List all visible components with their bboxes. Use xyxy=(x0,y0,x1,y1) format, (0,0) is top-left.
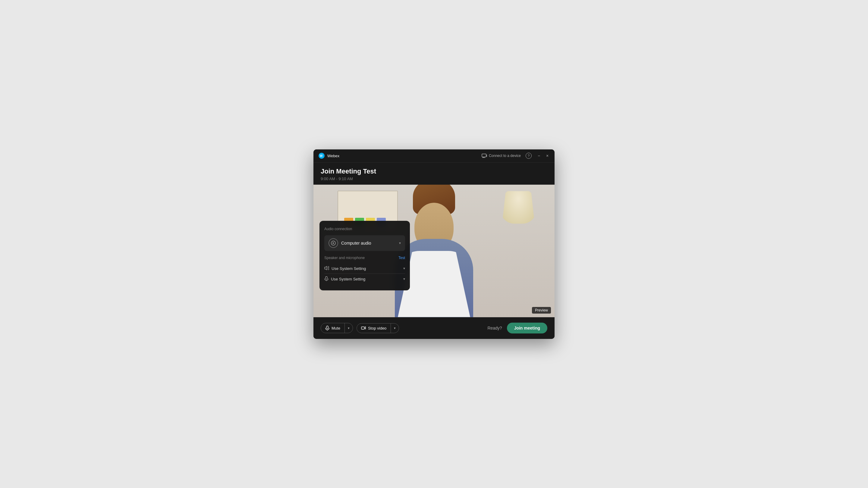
mic-device-left: Use System Setting xyxy=(324,276,365,282)
title-bar: W Webex Connect to a device ? − × xyxy=(313,150,555,163)
computer-audio-label: Computer audio xyxy=(341,241,371,246)
speaker-icon xyxy=(324,266,329,271)
svg-rect-5 xyxy=(327,326,328,329)
video-area: Preview Audio connection Computer audio … xyxy=(313,185,555,317)
app-name-label: Webex xyxy=(327,154,339,158)
video-expand-button[interactable]: ▾ xyxy=(391,324,399,332)
background-lamp xyxy=(500,188,536,227)
bottom-right-controls: Ready? Join meeting xyxy=(487,323,547,333)
computer-audio-chevron-icon: ▾ xyxy=(399,241,401,245)
meeting-time: 9:00 AM - 9:10 AM xyxy=(321,176,547,181)
mute-expand-button[interactable]: ▾ xyxy=(345,324,352,332)
speaker-chevron-icon: ▾ xyxy=(403,266,405,270)
speaker-device-row[interactable]: Use System Setting ▾ xyxy=(324,264,405,273)
bottom-bar: Mute ▾ Stop video ▾ Ready? Join meeting xyxy=(313,317,555,339)
lamp-shade xyxy=(500,188,536,224)
stop-video-label: Stop video xyxy=(368,326,386,330)
speaker-mic-row: Speaker and microphone Test xyxy=(324,256,405,260)
title-bar-left: W Webex xyxy=(318,153,339,159)
minimize-button[interactable]: − xyxy=(536,153,541,158)
speaker-mic-label: Speaker and microphone xyxy=(324,256,365,260)
connect-device-button[interactable]: Connect to a device xyxy=(482,153,521,158)
svg-rect-6 xyxy=(361,327,364,329)
stop-video-button[interactable]: Stop video xyxy=(357,324,391,333)
connect-device-label: Connect to a device xyxy=(489,154,521,158)
mute-button[interactable]: Mute xyxy=(321,323,345,333)
join-meeting-button[interactable]: Join meeting xyxy=(507,323,547,333)
camera-icon xyxy=(361,326,366,330)
preview-badge: Preview xyxy=(532,307,551,314)
computer-audio-option[interactable]: Computer audio ▾ xyxy=(324,235,405,251)
test-link[interactable]: Test xyxy=(398,256,405,260)
audio-panel: Audio connection Computer audio ▾ Speake… xyxy=(319,221,410,290)
svg-text:W: W xyxy=(320,154,323,158)
mic-device-row[interactable]: Use System Setting ▾ xyxy=(324,273,405,284)
stop-video-control[interactable]: Stop video ▾ xyxy=(356,323,399,333)
mute-mic-icon xyxy=(325,326,330,330)
svg-rect-4 xyxy=(326,276,327,279)
mic-chevron-icon: ▾ xyxy=(403,277,405,281)
mic-icon xyxy=(324,276,329,282)
meeting-title: Join Meeting Test xyxy=(321,167,547,175)
audio-panel-title: Audio connection xyxy=(324,227,405,231)
bottom-left-controls: Mute ▾ Stop video ▾ xyxy=(321,323,399,333)
window-controls: − × xyxy=(536,153,550,158)
help-button[interactable]: ? xyxy=(526,153,532,159)
close-button[interactable]: × xyxy=(545,153,550,158)
computer-audio-icon xyxy=(329,238,338,248)
mute-control[interactable]: Mute ▾ xyxy=(321,323,353,333)
app-window: W Webex Connect to a device ? − × Join xyxy=(313,150,555,339)
speaker-device-left: Use System Setting xyxy=(324,266,366,271)
mute-label: Mute xyxy=(332,326,340,330)
svg-rect-2 xyxy=(482,154,486,157)
meeting-header: Join Meeting Test 9:00 AM - 9:10 AM xyxy=(313,163,555,185)
title-bar-right: Connect to a device ? − × xyxy=(482,153,550,159)
ready-label: Ready? xyxy=(487,326,502,330)
connect-device-icon xyxy=(482,153,487,158)
webex-logo-icon: W xyxy=(318,153,325,159)
audio-option-left: Computer audio xyxy=(329,238,371,248)
mic-device-label: Use System Setting xyxy=(331,277,365,281)
speaker-device-label: Use System Setting xyxy=(332,266,366,271)
